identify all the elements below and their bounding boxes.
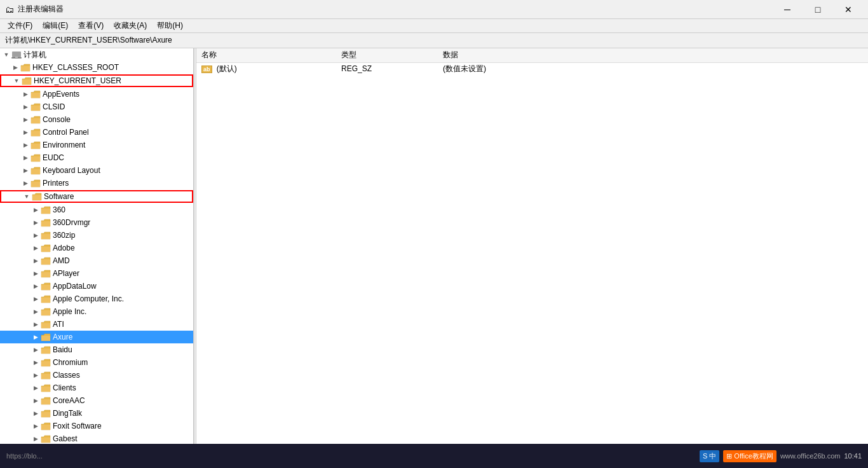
col-data[interactable]: 数据 [438,48,868,62]
menu-file[interactable]: 文件(F) [3,19,37,32]
menu-favorites[interactable]: 收藏夹(A) [109,19,152,32]
tree-item-keyboardlayout[interactable]: ▶ Keyboard Layout [0,164,193,177]
tree-item-dingtalk[interactable]: ▶ DingTalk [0,407,193,420]
tree-label-environment: Environment [43,141,193,149]
expand-foxitsoftware[interactable]: ▶ [31,421,41,431]
expand-360zip[interactable]: ▶ [31,230,41,240]
folder-printers-icon [31,179,41,188]
tree-item-printers[interactable]: ▶ Printers [0,177,193,189]
svg-rect-24 [41,336,50,341]
tree-item-adobe[interactable]: ▶ Adobe [0,242,193,254]
minimize-button[interactable]: ─ [773,0,802,19]
expand-gabest[interactable]: ▶ [31,434,41,444]
expand-axure[interactable]: ▶ [31,332,41,342]
tree-item-classes[interactable]: ▶ Classes [0,369,193,382]
tree-item-console[interactable]: ▶ Console [0,113,193,126]
tree-item-amd[interactable]: ▶ AMD [0,254,193,267]
expand-dingtalk[interactable]: ▶ [31,408,41,418]
expand-baidu[interactable]: ▶ [31,345,41,355]
tree-root[interactable]: ▼ 计算机 [0,48,193,61]
tree-item-appleinc[interactable]: ▶ Apple Inc. [0,305,193,318]
tree-item-eudc[interactable]: ▶ EUDC [0,151,193,164]
tree-item-gabest[interactable]: ▶ Gabest [0,432,193,445]
menu-view[interactable]: 查看(V) [73,19,109,32]
tree-label-chromium: Chromium [53,358,193,367]
tree-item-appevents[interactable]: ▶ AppEvents [0,88,193,100]
folder-environment-icon [31,141,41,149]
maximize-button[interactable]: □ [803,0,832,19]
expand-clsid[interactable]: ▶ [20,102,31,112]
taskbar-left: https://blo... [6,452,43,460]
expand-amd[interactable]: ▶ [31,256,41,266]
tree-scroll-area[interactable]: ▼ 计算机 ▶ HKEY_CLASSES_ROOT ▼ H [0,48,193,458]
expand-keyboardlayout[interactable]: ▶ [20,165,31,176]
tree-item-appdatalow[interactable]: ▶ AppDataLow [0,280,193,292]
folder-hkcu-icon [22,76,32,85]
expand-adobe[interactable]: ▶ [31,243,41,253]
expand-appleinc[interactable]: ▶ [31,306,41,317]
expand-console[interactable]: ▶ [20,114,31,125]
svg-rect-16 [41,234,50,239]
expand-360drvmgr[interactable]: ▶ [31,217,41,228]
svg-rect-18 [41,259,50,265]
tree-label-appleinc: Apple Inc. [53,307,193,316]
tree-item-aplayer[interactable]: ▶ APlayer [0,267,193,280]
tree-item-applecomputer[interactable]: ▶ Apple Computer, Inc. [0,292,193,305]
tree-label-axure: Axure [53,333,193,341]
expand-chromium[interactable]: ▶ [31,357,41,368]
svg-rect-11 [31,169,40,174]
tree-item-360zip[interactable]: ▶ 360zip [0,229,193,242]
table-row[interactable]: ab (默认) REG_SZ (数值未设置) [196,62,868,75]
tree-item-360drvmgr[interactable]: ▶ 360Drvmgr [0,216,193,229]
tree-label-classes: Classes [53,371,193,380]
menu-edit[interactable]: 编辑(E) [37,19,73,32]
tree-item-baidu[interactable]: ▶ Baidu [0,343,193,356]
tree-item-axure[interactable]: ▶ Axure [0,331,193,343]
svg-rect-6 [31,106,40,111]
svg-rect-29 [41,399,50,404]
tree-item-controlpanel[interactable]: ▶ Control Panel [0,126,193,139]
tree-item-environment[interactable]: ▶ Environment [0,139,193,151]
expand-ati[interactable]: ▶ [31,319,41,329]
expand-appevents[interactable]: ▶ [20,89,31,99]
expand-360[interactable]: ▶ [31,205,41,215]
expand-clients[interactable]: ▶ [31,383,41,393]
expand-eudc[interactable]: ▶ [20,153,31,163]
tree-item-chromium[interactable]: ▶ Chromium [0,356,193,369]
tree-item-360[interactable]: ▶ 360 [0,203,193,216]
col-type[interactable]: 类型 [336,48,438,62]
tree-item-hkcu[interactable]: ▼ HKEY_CURRENT_USER [0,74,193,87]
svg-rect-3 [21,66,30,71]
expand-software[interactable]: ▼ [22,191,32,202]
expand-hkcu[interactable]: ▼ [11,76,22,86]
title-bar: 🗂 注册表编辑器 ─ □ ✕ [0,0,868,19]
tree-item-hkcr[interactable]: ▶ HKEY_CLASSES_ROOT [0,61,193,74]
col-name[interactable]: 名称 [196,48,336,62]
expand-applecomputer[interactable]: ▶ [31,294,41,304]
svg-rect-31 [41,425,50,430]
tree-label-amd: AMD [53,256,193,265]
tree-item-clients[interactable]: ▶ Clients [0,382,193,394]
expand-printers[interactable]: ▶ [20,178,31,188]
expand-classes[interactable]: ▶ [31,370,41,380]
expand-appdatalow[interactable]: ▶ [31,281,41,291]
menu-help[interactable]: 帮助(H) [152,19,188,32]
svg-rect-19 [41,272,50,277]
expand-computer[interactable]: ▼ [1,50,11,60]
tree-item-coreaac[interactable]: ▶ CoreAAC [0,394,193,407]
expand-hkcr[interactable]: ▶ [10,62,20,72]
folder-appevents-icon [31,90,41,99]
taskbar: https://blo... S 中 ⊞ Office教程网 www.offic… [0,444,868,468]
close-button[interactable]: ✕ [834,0,863,19]
folder-360zip-icon [41,231,51,240]
expand-coreaac[interactable]: ▶ [31,396,41,406]
tree-item-foxitsoftware[interactable]: ▶ Foxit Software [0,420,193,432]
tree-item-software[interactable]: ▼ Software [0,190,193,203]
expand-aplayer[interactable]: ▶ [31,268,41,279]
tree-item-ati[interactable]: ▶ ATI [0,318,193,331]
tree-item-clsid[interactable]: ▶ CLSID [0,100,193,113]
expand-controlpanel[interactable]: ▶ [20,127,31,137]
expand-environment[interactable]: ▶ [20,140,31,150]
tree-label-applecomputer: Apple Computer, Inc. [53,294,193,303]
row-data: (数值未设置) [438,62,868,75]
